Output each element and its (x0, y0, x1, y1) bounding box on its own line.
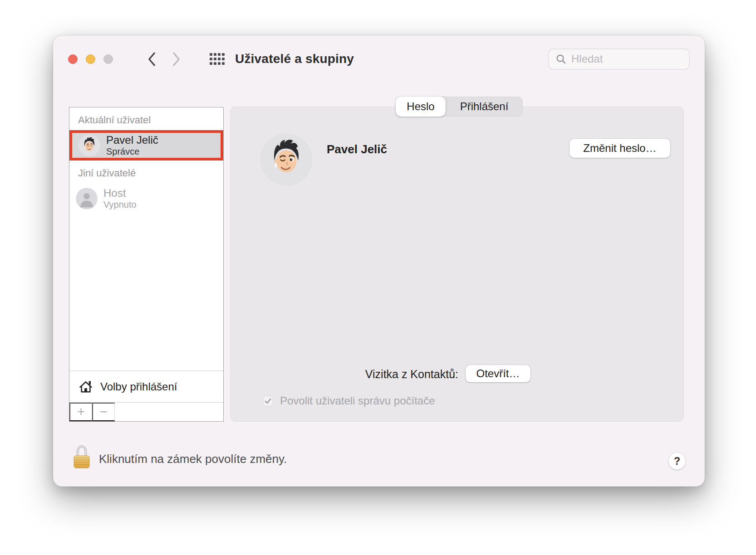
current-user-section-header: Aktuální uživatel (69, 107, 223, 130)
search-input[interactable] (571, 53, 683, 65)
lock-message: Kliknutím na zámek povolíte změny. (99, 452, 287, 466)
login-options-row[interactable]: Volby přihlášení (69, 370, 223, 402)
add-user-button[interactable]: + (69, 403, 92, 421)
sidebar-spacer (69, 214, 223, 370)
password-panel: Pavel Jelič Změnit heslo… Vizitka z Kont… (230, 107, 684, 422)
close-window-button[interactable] (68, 54, 78, 64)
show-all-preferences-button[interactable] (207, 49, 227, 69)
window-controls (68, 54, 113, 64)
minimize-window-button[interactable] (86, 54, 95, 64)
add-remove-bar: + − (69, 402, 223, 421)
system-preferences-window: Uživatelé a skupiny Aktuální uživatel Pa… (53, 35, 705, 487)
tab-heslo[interactable]: Heslo (396, 97, 446, 117)
guest-row-text: Host Vypnuto (103, 187, 137, 210)
guest-status: Vypnuto (103, 200, 137, 210)
page-title: Uživatelé a skupiny (235, 52, 354, 66)
profile-name: Pavel Jelič (327, 142, 387, 156)
open-contact-card-button[interactable]: Otevřít… (466, 365, 530, 382)
lock-icon (72, 445, 92, 469)
login-options-label: Volby přihlášení (100, 380, 177, 393)
user-row-text: Pavel Jelič Správce (106, 134, 158, 157)
user-row-guest[interactable]: Host Vypnuto (69, 183, 223, 214)
other-users-section-header: Jiní uživatelé (69, 161, 223, 183)
tab-bar: Heslo Přihlášení (396, 97, 523, 117)
chevron-right-icon (172, 52, 181, 67)
admin-checkbox-label: Povolit uživateli správu počítače (280, 394, 435, 407)
forward-button[interactable] (167, 49, 185, 69)
change-password-button[interactable]: Změnit heslo… (569, 139, 670, 158)
remove-user-button[interactable]: − (92, 403, 115, 421)
checkmark-icon (264, 397, 272, 405)
grid-icon (210, 53, 225, 65)
guest-name: Host (103, 187, 137, 200)
user-role: Správce (106, 146, 158, 157)
titlebar: Uživatelé a skupiny (53, 35, 705, 83)
profile-picture-memoji[interactable] (260, 133, 313, 186)
user-avatar-memoji (79, 135, 100, 156)
guest-avatar-icon (76, 188, 98, 209)
chevron-left-icon (147, 52, 156, 67)
home-icon (78, 379, 93, 394)
tab-prihlaseni[interactable]: Přihlášení (446, 97, 523, 117)
contacts-card-label: Vizitka z Kontaktů: (365, 368, 458, 381)
user-name: Pavel Jelič (106, 134, 158, 146)
search-field[interactable] (548, 49, 690, 70)
back-button[interactable] (142, 49, 161, 69)
admin-checkbox[interactable] (263, 396, 273, 406)
user-list-sidebar: Aktuální uživatel Pavel Jelič Správce Ji… (69, 107, 224, 422)
lock-button[interactable] (72, 445, 92, 469)
user-row-current[interactable]: Pavel Jelič Správce (69, 130, 223, 161)
admin-checkbox-row: Povolit uživateli správu počítače (263, 394, 435, 407)
zoom-window-button[interactable] (103, 54, 113, 64)
search-icon (555, 54, 567, 65)
help-button[interactable]: ? (668, 453, 686, 470)
